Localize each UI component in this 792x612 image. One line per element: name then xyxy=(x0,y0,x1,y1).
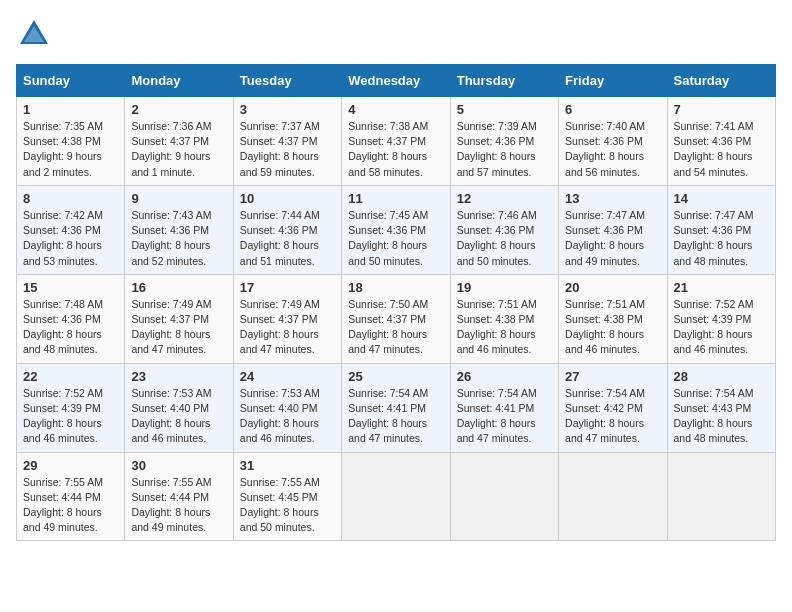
day-info: Sunrise: 7:37 AMSunset: 4:37 PMDaylight:… xyxy=(240,119,335,180)
day-number: 19 xyxy=(457,280,552,295)
calendar-cell: 6Sunrise: 7:40 AMSunset: 4:36 PMDaylight… xyxy=(559,97,667,186)
calendar-cell: 26Sunrise: 7:54 AMSunset: 4:41 PMDayligh… xyxy=(450,363,558,452)
day-number: 3 xyxy=(240,102,335,117)
day-number: 10 xyxy=(240,191,335,206)
calendar-cell: 4Sunrise: 7:38 AMSunset: 4:37 PMDaylight… xyxy=(342,97,450,186)
calendar-week-4: 22Sunrise: 7:52 AMSunset: 4:39 PMDayligh… xyxy=(17,363,776,452)
col-header-sunday: Sunday xyxy=(17,65,125,97)
calendar-cell: 13Sunrise: 7:47 AMSunset: 4:36 PMDayligh… xyxy=(559,185,667,274)
day-info: Sunrise: 7:54 AMSunset: 4:41 PMDaylight:… xyxy=(348,386,443,447)
day-number: 5 xyxy=(457,102,552,117)
day-number: 18 xyxy=(348,280,443,295)
day-number: 16 xyxy=(131,280,226,295)
day-info: Sunrise: 7:55 AMSunset: 4:45 PMDaylight:… xyxy=(240,475,335,536)
calendar-body: 1Sunrise: 7:35 AMSunset: 4:38 PMDaylight… xyxy=(17,97,776,541)
header xyxy=(16,16,776,52)
day-info: Sunrise: 7:51 AMSunset: 4:38 PMDaylight:… xyxy=(565,297,660,358)
col-header-friday: Friday xyxy=(559,65,667,97)
calendar-week-1: 1Sunrise: 7:35 AMSunset: 4:38 PMDaylight… xyxy=(17,97,776,186)
day-number: 14 xyxy=(674,191,769,206)
day-number: 9 xyxy=(131,191,226,206)
calendar-cell: 18Sunrise: 7:50 AMSunset: 4:37 PMDayligh… xyxy=(342,274,450,363)
calendar-week-2: 8Sunrise: 7:42 AMSunset: 4:36 PMDaylight… xyxy=(17,185,776,274)
day-number: 23 xyxy=(131,369,226,384)
day-number: 21 xyxy=(674,280,769,295)
col-header-monday: Monday xyxy=(125,65,233,97)
calendar-cell: 24Sunrise: 7:53 AMSunset: 4:40 PMDayligh… xyxy=(233,363,341,452)
calendar-cell: 3Sunrise: 7:37 AMSunset: 4:37 PMDaylight… xyxy=(233,97,341,186)
day-info: Sunrise: 7:39 AMSunset: 4:36 PMDaylight:… xyxy=(457,119,552,180)
calendar-cell: 8Sunrise: 7:42 AMSunset: 4:36 PMDaylight… xyxy=(17,185,125,274)
calendar-cell: 21Sunrise: 7:52 AMSunset: 4:39 PMDayligh… xyxy=(667,274,775,363)
day-number: 28 xyxy=(674,369,769,384)
day-info: Sunrise: 7:52 AMSunset: 4:39 PMDaylight:… xyxy=(674,297,769,358)
calendar-cell xyxy=(450,452,558,541)
day-number: 24 xyxy=(240,369,335,384)
logo-icon xyxy=(16,16,52,52)
calendar-cell: 1Sunrise: 7:35 AMSunset: 4:38 PMDaylight… xyxy=(17,97,125,186)
calendar-cell: 28Sunrise: 7:54 AMSunset: 4:43 PMDayligh… xyxy=(667,363,775,452)
day-info: Sunrise: 7:54 AMSunset: 4:42 PMDaylight:… xyxy=(565,386,660,447)
day-info: Sunrise: 7:45 AMSunset: 4:36 PMDaylight:… xyxy=(348,208,443,269)
day-number: 13 xyxy=(565,191,660,206)
day-number: 29 xyxy=(23,458,118,473)
calendar-cell: 2Sunrise: 7:36 AMSunset: 4:37 PMDaylight… xyxy=(125,97,233,186)
calendar-cell xyxy=(342,452,450,541)
day-number: 30 xyxy=(131,458,226,473)
calendar-header-row: SundayMondayTuesdayWednesdayThursdayFrid… xyxy=(17,65,776,97)
day-info: Sunrise: 7:48 AMSunset: 4:36 PMDaylight:… xyxy=(23,297,118,358)
calendar-cell: 19Sunrise: 7:51 AMSunset: 4:38 PMDayligh… xyxy=(450,274,558,363)
day-number: 27 xyxy=(565,369,660,384)
calendar-cell: 30Sunrise: 7:55 AMSunset: 4:44 PMDayligh… xyxy=(125,452,233,541)
calendar-week-3: 15Sunrise: 7:48 AMSunset: 4:36 PMDayligh… xyxy=(17,274,776,363)
calendar-cell: 27Sunrise: 7:54 AMSunset: 4:42 PMDayligh… xyxy=(559,363,667,452)
calendar-cell: 10Sunrise: 7:44 AMSunset: 4:36 PMDayligh… xyxy=(233,185,341,274)
col-header-thursday: Thursday xyxy=(450,65,558,97)
calendar-cell: 5Sunrise: 7:39 AMSunset: 4:36 PMDaylight… xyxy=(450,97,558,186)
day-info: Sunrise: 7:53 AMSunset: 4:40 PMDaylight:… xyxy=(131,386,226,447)
day-number: 25 xyxy=(348,369,443,384)
day-number: 2 xyxy=(131,102,226,117)
day-info: Sunrise: 7:44 AMSunset: 4:36 PMDaylight:… xyxy=(240,208,335,269)
day-number: 17 xyxy=(240,280,335,295)
day-info: Sunrise: 7:55 AMSunset: 4:44 PMDaylight:… xyxy=(131,475,226,536)
day-number: 1 xyxy=(23,102,118,117)
calendar-table: SundayMondayTuesdayWednesdayThursdayFrid… xyxy=(16,64,776,541)
day-number: 22 xyxy=(23,369,118,384)
day-info: Sunrise: 7:49 AMSunset: 4:37 PMDaylight:… xyxy=(240,297,335,358)
day-info: Sunrise: 7:50 AMSunset: 4:37 PMDaylight:… xyxy=(348,297,443,358)
day-info: Sunrise: 7:52 AMSunset: 4:39 PMDaylight:… xyxy=(23,386,118,447)
calendar-cell xyxy=(559,452,667,541)
day-number: 15 xyxy=(23,280,118,295)
day-info: Sunrise: 7:51 AMSunset: 4:38 PMDaylight:… xyxy=(457,297,552,358)
day-info: Sunrise: 7:55 AMSunset: 4:44 PMDaylight:… xyxy=(23,475,118,536)
day-info: Sunrise: 7:47 AMSunset: 4:36 PMDaylight:… xyxy=(565,208,660,269)
col-header-wednesday: Wednesday xyxy=(342,65,450,97)
day-number: 26 xyxy=(457,369,552,384)
day-info: Sunrise: 7:42 AMSunset: 4:36 PMDaylight:… xyxy=(23,208,118,269)
calendar-cell: 22Sunrise: 7:52 AMSunset: 4:39 PMDayligh… xyxy=(17,363,125,452)
day-info: Sunrise: 7:40 AMSunset: 4:36 PMDaylight:… xyxy=(565,119,660,180)
calendar-week-5: 29Sunrise: 7:55 AMSunset: 4:44 PMDayligh… xyxy=(17,452,776,541)
day-number: 8 xyxy=(23,191,118,206)
day-number: 4 xyxy=(348,102,443,117)
logo xyxy=(16,16,58,52)
calendar-cell: 16Sunrise: 7:49 AMSunset: 4:37 PMDayligh… xyxy=(125,274,233,363)
col-header-saturday: Saturday xyxy=(667,65,775,97)
calendar-cell: 23Sunrise: 7:53 AMSunset: 4:40 PMDayligh… xyxy=(125,363,233,452)
calendar-cell: 7Sunrise: 7:41 AMSunset: 4:36 PMDaylight… xyxy=(667,97,775,186)
calendar-cell: 17Sunrise: 7:49 AMSunset: 4:37 PMDayligh… xyxy=(233,274,341,363)
calendar-cell: 25Sunrise: 7:54 AMSunset: 4:41 PMDayligh… xyxy=(342,363,450,452)
calendar-cell: 9Sunrise: 7:43 AMSunset: 4:36 PMDaylight… xyxy=(125,185,233,274)
calendar-cell xyxy=(667,452,775,541)
day-number: 6 xyxy=(565,102,660,117)
calendar-cell: 29Sunrise: 7:55 AMSunset: 4:44 PMDayligh… xyxy=(17,452,125,541)
day-info: Sunrise: 7:36 AMSunset: 4:37 PMDaylight:… xyxy=(131,119,226,180)
day-number: 12 xyxy=(457,191,552,206)
day-number: 20 xyxy=(565,280,660,295)
calendar-cell: 12Sunrise: 7:46 AMSunset: 4:36 PMDayligh… xyxy=(450,185,558,274)
calendar-cell: 20Sunrise: 7:51 AMSunset: 4:38 PMDayligh… xyxy=(559,274,667,363)
day-info: Sunrise: 7:43 AMSunset: 4:36 PMDaylight:… xyxy=(131,208,226,269)
day-info: Sunrise: 7:54 AMSunset: 4:43 PMDaylight:… xyxy=(674,386,769,447)
day-number: 7 xyxy=(674,102,769,117)
